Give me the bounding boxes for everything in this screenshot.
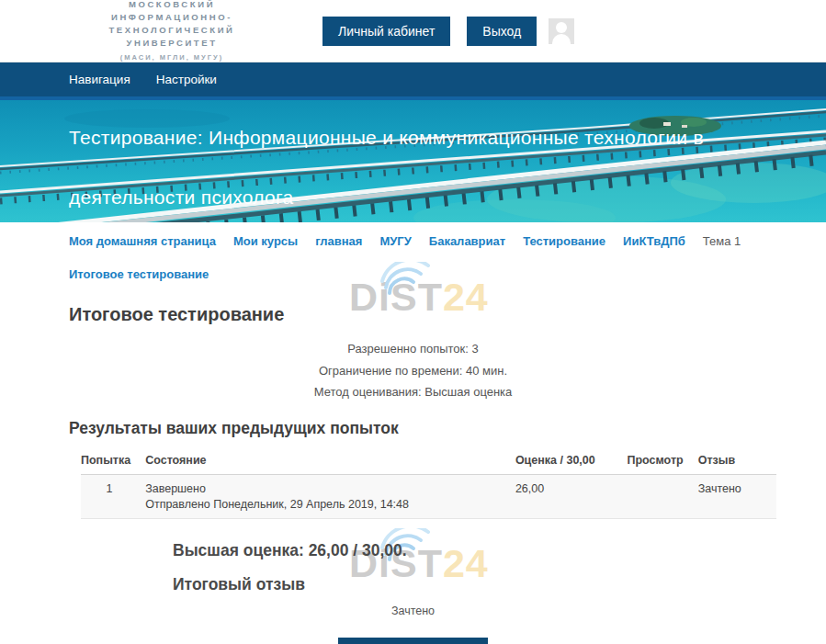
university-logo: МОСКОВСКИЙ ИНФОРМАЦИОННО-ТЕХНОЛОГИЧЕСКИЙ… bbox=[58, 0, 286, 64]
column-header-review: Просмотр bbox=[619, 449, 690, 475]
main-navbar: Навигация Настройки bbox=[0, 62, 826, 96]
column-header-feedback: Отзыв bbox=[691, 449, 776, 475]
breadcrumb-link-my-courses[interactable]: Мои курсы bbox=[233, 234, 298, 248]
quiz-grading-method: Метод оценивания: Высшая оценка bbox=[0, 381, 826, 403]
cell-state: Завершено Отправлено Понедельник, 29 Апр… bbox=[138, 474, 508, 518]
course-title-line-1: Тестирование: Информационные и коммуника… bbox=[69, 107, 704, 167]
best-grade-text: Высшая оценка: 26,00 / 30,00. bbox=[173, 541, 826, 560]
site-header: МОСКОВСКИЙ ИНФОРМАЦИОННО-ТЕХНОЛОГИЧЕСКИЙ… bbox=[0, 0, 826, 62]
personal-cabinet-button[interactable]: Личный кабинет bbox=[322, 17, 450, 46]
table-header-row: Попытка Состояние Оценка / 30,00 Просмот… bbox=[81, 449, 776, 475]
course-banner: Тестирование: Информационные и коммуника… bbox=[0, 96, 826, 222]
column-header-attempt: Попытка bbox=[81, 449, 138, 475]
nav-item-navigation[interactable]: Навигация bbox=[69, 73, 130, 86]
breadcrumb-item-topic-1: Тема 1 bbox=[703, 234, 741, 248]
quiz-time-limit: Ограничение по времени: 40 мин. bbox=[0, 360, 826, 382]
table-row: 1 Завершено Отправлено Понедельник, 29 А… bbox=[81, 474, 776, 518]
page-title: Итоговое тестирование bbox=[69, 304, 826, 325]
page-content: DiST24 DiST24 Моя домашняя страницаМои к… bbox=[0, 222, 826, 644]
breadcrumb-link-iiktvdpb[interactable]: ИиКТвДПб bbox=[623, 234, 685, 248]
breadcrumb-row-1: Моя домашняя страницаМои курсыглавнаяМУГ… bbox=[69, 234, 771, 249]
retake-button-area: Пройти тест заново bbox=[0, 638, 826, 644]
breadcrumb-link-testing[interactable]: Тестирование bbox=[523, 234, 605, 248]
breadcrumb: Моя домашняя страницаМои курсыглавнаяМУГ… bbox=[0, 222, 826, 282]
logout-button[interactable]: Выход bbox=[467, 17, 537, 46]
retake-test-button[interactable]: Пройти тест заново bbox=[338, 638, 488, 644]
breadcrumb-link-final-test[interactable]: Итоговое тестирование bbox=[69, 267, 209, 281]
state-label: Завершено bbox=[145, 482, 206, 495]
breadcrumb-link-main[interactable]: главная bbox=[315, 234, 362, 248]
logo-line-2: ИНФОРМАЦИОННО-ТЕХНОЛОГИЧЕСКИЙ bbox=[58, 11, 286, 37]
cell-review bbox=[619, 474, 690, 518]
header-buttons: Личный кабинет Выход bbox=[322, 17, 537, 46]
state-submitted-detail: Отправлено Понедельник, 29 Апрель 2019, … bbox=[145, 498, 501, 511]
summary-block: Высшая оценка: 26,00 / 30,00. Итоговый о… bbox=[173, 541, 826, 594]
breadcrumb-link-bachelor[interactable]: Бакалавриат bbox=[429, 234, 505, 248]
quiz-attempts-allowed: Разрешенно попыток: 3 bbox=[0, 338, 826, 360]
column-header-grade: Оценка / 30,00 bbox=[508, 449, 620, 475]
course-title-line-2: деятельности психолога bbox=[69, 167, 704, 222]
avatar-person-icon-body bbox=[552, 34, 571, 44]
logo-line-1: МОСКОВСКИЙ bbox=[58, 0, 286, 11]
quiz-info: Разрешенно попыток: 3 Ограничение по вре… bbox=[0, 338, 826, 403]
nav-item-settings[interactable]: Настройки bbox=[156, 73, 217, 86]
column-header-state: Состояние bbox=[138, 449, 508, 475]
attempts-table: Попытка Состояние Оценка / 30,00 Просмот… bbox=[81, 449, 776, 519]
cell-grade: 26,00 bbox=[508, 474, 620, 518]
breadcrumb-link-my-home[interactable]: Моя домашняя страница bbox=[69, 234, 216, 248]
results-heading: Результаты ваших предыдущих попыток bbox=[69, 419, 826, 438]
final-feedback-heading: Итоговый отзыв bbox=[173, 575, 826, 594]
avatar-person-icon bbox=[556, 22, 567, 33]
cell-attempt-number: 1 bbox=[81, 474, 138, 518]
page: МОСКОВСКИЙ ИНФОРМАЦИОННО-ТЕХНОЛОГИЧЕСКИЙ… bbox=[0, 0, 826, 644]
logo-line-3: УНИВЕРСИТЕТ bbox=[58, 37, 286, 50]
breadcrumb-link-mugu[interactable]: МУГУ bbox=[379, 234, 411, 248]
cell-feedback: Зачтено bbox=[691, 474, 776, 518]
final-feedback-value: Зачтено bbox=[0, 604, 826, 617]
user-avatar[interactable] bbox=[549, 18, 574, 44]
breadcrumb-row-2: Итоговое тестирование bbox=[69, 267, 771, 282]
logo-line-4: (МАСИ, МГЛИ, МУГУ) bbox=[58, 51, 286, 64]
course-title: Тестирование: Информационные и коммуника… bbox=[69, 107, 704, 222]
